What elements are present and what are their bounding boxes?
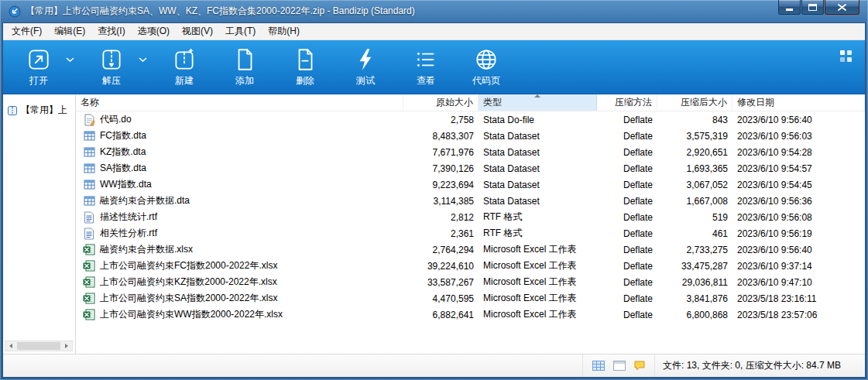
sidebar-item-label: 【常用】上 xyxy=(21,104,67,117)
add-button[interactable]: 添加 xyxy=(220,44,269,91)
file-type-cell: Stata Dataset xyxy=(479,196,597,207)
menu-item-find[interactable]: 查找(I) xyxy=(91,23,131,39)
file-row[interactable]: 上市公司融资约束KZ指数2000-2022年.xlsx33,587,267Mic… xyxy=(76,274,865,290)
close-icon xyxy=(838,0,846,14)
scrollbar-thumb[interactable] xyxy=(17,342,60,350)
window-controls xyxy=(777,0,859,15)
test-icon xyxy=(352,44,379,75)
file-name: WW指数.dta xyxy=(100,178,152,191)
menu-bar: 文件(F)编辑(E)查找(I)选项(O)视图(V)工具(T)帮助(H) xyxy=(3,23,865,40)
extract-dropdown-arrow[interactable] xyxy=(136,44,149,75)
file-name-cell: 融资约束合并数据.dta xyxy=(76,194,403,207)
file-size-cell: 3,114,385 xyxy=(403,196,479,207)
preview-pane-icon[interactable] xyxy=(613,361,626,371)
file-modified-cell: 2023/6/10 9:47:10 xyxy=(732,277,865,288)
file-name: 描述性统计.rtf xyxy=(100,211,157,224)
file-row[interactable]: 相关性分析.rtf2,361RTF 格式Deflate4612023/6/10 … xyxy=(76,225,865,241)
file-row[interactable]: 代码.do2,758Stata Do-fileDeflate8432023/6/… xyxy=(76,111,865,128)
scroll-left-icon xyxy=(9,344,12,348)
excel-file-icon xyxy=(83,309,95,320)
archive-comment-icon[interactable] xyxy=(634,361,645,371)
file-name-cell: 上市公司融资约束FC指数2000-2022年.xlsx xyxy=(76,259,403,272)
excel-file-icon xyxy=(83,293,95,304)
file-modified-cell: 2023/5/18 23:57:06 xyxy=(732,310,865,320)
column-header-name[interactable]: 名称 xyxy=(76,94,403,111)
sidebar-item-archive[interactable]: 【常用】上 xyxy=(3,102,75,118)
open-group: 打开 xyxy=(14,44,76,91)
excel-file-icon xyxy=(83,276,95,288)
bandizip-app-icon[interactable] xyxy=(9,5,21,18)
file-name-cell: 上市公司融资约束SA指数2000-2022年.xlsx xyxy=(76,292,403,305)
open-button[interactable]: 打开 xyxy=(14,44,63,91)
file-type-cell: Microsoft Excel 工作表 xyxy=(479,243,597,256)
file-row[interactable]: WW指数.dta9,223,694Stata DatasetDeflate3,0… xyxy=(76,176,865,193)
sidebar-horizontal-scrollbar[interactable] xyxy=(5,341,73,351)
column-header-label: 类型 xyxy=(483,96,502,109)
file-packed-cell: 6,800,868 xyxy=(657,310,732,320)
sort-ascending-icon xyxy=(534,94,540,98)
layout-toggle-icon[interactable] xyxy=(839,49,853,63)
file-rows: 代码.do2,758Stata Do-fileDeflate8432023/6/… xyxy=(76,111,865,354)
file-row[interactable]: KZ指数.dta7,671,976Stata DatasetDeflate2,9… xyxy=(76,144,865,160)
menu-item-options[interactable]: 选项(O) xyxy=(132,23,176,39)
file-method-cell: Deflate xyxy=(597,245,657,255)
add-label: 添加 xyxy=(235,75,254,86)
new-icon xyxy=(171,44,197,75)
view-button[interactable]: 查看 xyxy=(401,44,451,91)
file-method-cell: Deflate xyxy=(597,163,657,174)
extract-group: 解压 xyxy=(87,44,149,91)
extract-button[interactable]: 解压 xyxy=(87,44,136,91)
menu-item-edit[interactable]: 编辑(E) xyxy=(48,23,91,39)
title-bar[interactable]: 【常用】上市公司融资约束SA、WW、KZ、FC指数合集2000-2022年.zi… xyxy=(2,0,866,22)
menu-item-view[interactable]: 视图(V) xyxy=(176,23,219,39)
column-header-type[interactable]: 类型 xyxy=(479,94,597,111)
file-method-cell: Deflate xyxy=(597,212,657,223)
open-icon xyxy=(26,44,52,75)
scroll-left-button[interactable] xyxy=(5,341,16,351)
scroll-right-button[interactable] xyxy=(61,341,72,351)
column-header-size[interactable]: 原始大小 xyxy=(403,94,479,111)
file-name-cell: 描述性统计.rtf xyxy=(76,211,403,224)
file-type-cell: Stata Dataset xyxy=(479,163,597,174)
file-row[interactable]: SA指数.dta7,390,126Stata DatasetDeflate1,6… xyxy=(76,160,865,176)
column-header-label: 原始大小 xyxy=(436,96,473,109)
file-row[interactable]: 融资约束合并数据.xlsx2,764,294Microsoft Excel 工作… xyxy=(76,241,865,258)
delete-button[interactable]: 删除 xyxy=(280,44,330,91)
file-type-cell: Microsoft Excel 工作表 xyxy=(479,276,597,289)
file-row[interactable]: FC指数.dta8,483,307Stata DatasetDeflate3,5… xyxy=(76,128,865,144)
file-packed-cell: 2,920,651 xyxy=(657,147,732,158)
file-row[interactable]: 融资约束合并数据.dta3,114,385Stata DatasetDeflat… xyxy=(76,193,865,209)
close-button[interactable] xyxy=(825,0,859,15)
open-dropdown-arrow[interactable] xyxy=(63,44,76,75)
statusbar-spacer xyxy=(3,354,582,377)
file-row[interactable]: 描述性统计.rtf2,812RTF 格式Deflate5192023/6/10 … xyxy=(76,209,865,225)
toolbar: 打开解压新建添加删除测试查看代码页 xyxy=(3,40,865,94)
column-header-method[interactable]: 压缩方法 xyxy=(597,94,657,111)
file-row[interactable]: 上市公司融资约束WW指数2000-2022年.xlsx6,882,641Micr… xyxy=(76,306,865,323)
menu-item-tools[interactable]: 工具(T) xyxy=(219,23,262,39)
view-group: 查看 xyxy=(401,44,451,91)
minimize-button[interactable] xyxy=(778,0,801,15)
statusbar-icons xyxy=(582,354,654,377)
file-row[interactable]: 上市公司融资约束SA指数2000-2022年.xlsx4,470,595Micr… xyxy=(76,290,865,306)
column-header-packed[interactable]: 压缩后大小 xyxy=(657,94,732,111)
stata-dataset-icon xyxy=(83,195,95,207)
file-method-cell: Deflate xyxy=(597,293,657,304)
file-packed-cell: 3,841,876 xyxy=(657,293,732,304)
file-name-cell: 相关性分析.rtf xyxy=(76,227,403,240)
test-button[interactable]: 测试 xyxy=(341,44,390,91)
maximize-button[interactable] xyxy=(801,0,824,15)
file-size-cell: 2,361 xyxy=(403,228,479,239)
file-packed-cell: 2,733,275 xyxy=(657,245,732,255)
details-view-icon[interactable] xyxy=(592,361,605,371)
file-row[interactable]: 上市公司融资约束FC指数2000-2022年.xlsx39,224,610Mic… xyxy=(76,258,865,274)
file-name: 上市公司融资约束SA指数2000-2022年.xlsx xyxy=(100,292,277,305)
menu-item-help[interactable]: 帮助(H) xyxy=(262,23,306,39)
menu-item-file[interactable]: 文件(F) xyxy=(5,23,48,39)
codepage-button[interactable]: 代码页 xyxy=(461,44,511,91)
file-modified-cell: 2023/6/10 9:56:40 xyxy=(732,115,865,125)
column-header-modified[interactable]: 修改日期 xyxy=(732,94,865,111)
file-name: 融资约束合并数据.xlsx xyxy=(100,243,193,256)
file-type-cell: Microsoft Excel 工作表 xyxy=(479,308,597,321)
new-button[interactable]: 新建 xyxy=(160,44,209,91)
